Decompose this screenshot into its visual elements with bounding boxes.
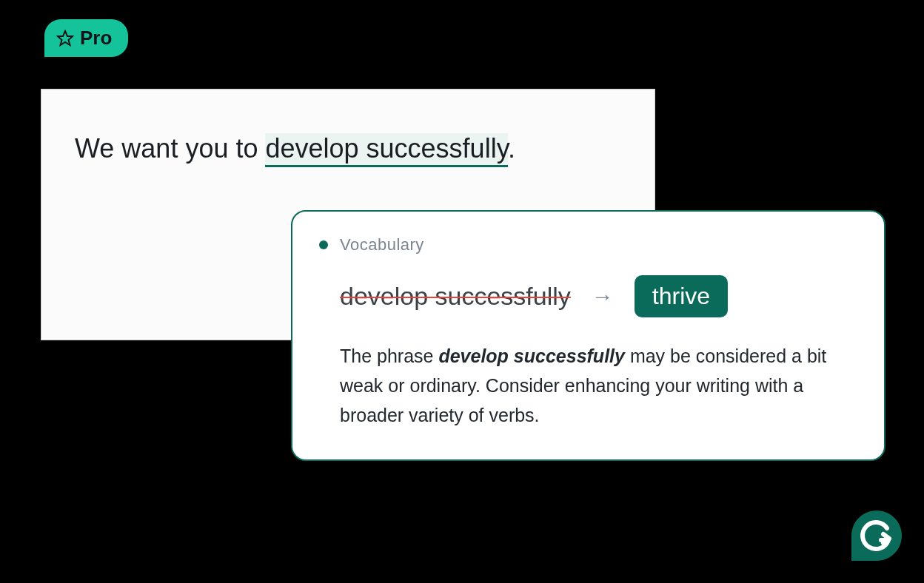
editor-highlighted-phrase[interactable]: develop successfully xyxy=(265,133,508,167)
explanation-before: The phrase xyxy=(340,346,438,366)
pro-badge-label: Pro xyxy=(80,27,112,50)
editor-text: We want you to develop successfully. xyxy=(75,130,621,167)
original-phrase: develop successfully xyxy=(340,282,571,311)
suggestion-category: Vocabulary xyxy=(340,235,424,255)
suggestion-replace-row: develop successfully → thrive xyxy=(340,275,848,317)
suggestion-explanation: The phrase develop successfully may be c… xyxy=(340,341,848,430)
pro-badge: Pro xyxy=(44,19,128,57)
suggestion-header: Vocabulary xyxy=(319,235,848,255)
arrow-right-icon: → xyxy=(592,284,614,309)
explanation-bold-phrase: develop successfully xyxy=(438,346,625,366)
replacement-chip[interactable]: thrive xyxy=(635,275,728,317)
category-dot-icon xyxy=(319,240,328,249)
star-icon xyxy=(56,30,74,47)
suggestion-card[interactable]: Vocabulary develop successfully → thrive… xyxy=(291,210,886,461)
grammarly-logo-icon xyxy=(851,510,902,561)
svg-marker-0 xyxy=(58,31,73,45)
editor-text-after: . xyxy=(508,133,515,164)
editor-text-before: We want you to xyxy=(75,133,265,164)
